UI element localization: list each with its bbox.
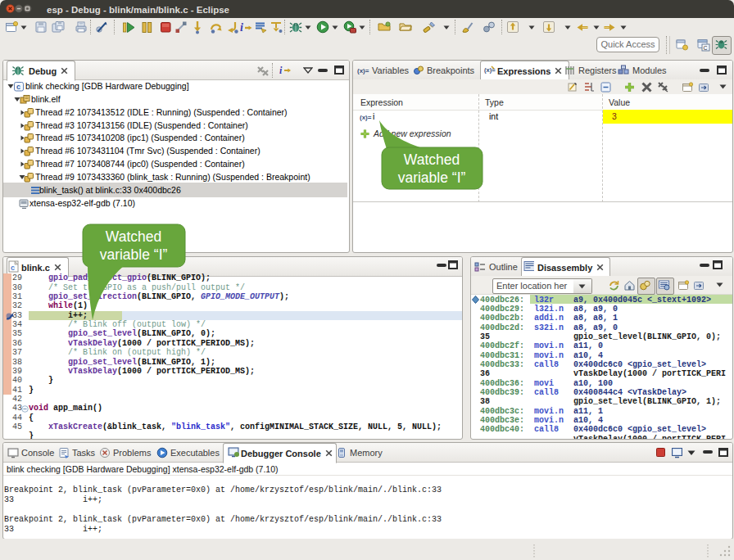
svg-text:(x)=: (x)= [484, 66, 496, 74]
svg-text:c: c [16, 83, 20, 91]
svg-text:Watched: Watched [106, 228, 161, 245]
svg-text:C: C [704, 45, 708, 51]
svg-text:i: i [279, 65, 283, 76]
svg-text:variable “I”: variable “I” [100, 246, 168, 263]
svg-text:variable “I”: variable “I” [398, 169, 466, 186]
svg-text:Watched: Watched [404, 151, 460, 168]
svg-text:c: c [11, 264, 15, 272]
svg-text:i: i [240, 21, 243, 34]
svg-text:(x)=: (x)= [360, 114, 372, 121]
svg-text:(x)=: (x)= [357, 67, 369, 75]
